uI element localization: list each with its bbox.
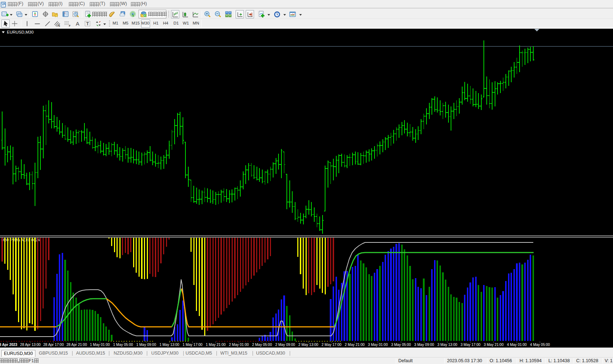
svg-text:28 Apr 2023: 28 Apr 2023: [0, 343, 17, 347]
svg-text:1 May 09:00: 1 May 09:00: [136, 343, 156, 347]
svg-text:1 May 13:00: 1 May 13:00: [159, 343, 179, 347]
svg-text:M30 PifMa AO 0 0024: M30 PifMa AO 0 0024: [1, 238, 40, 242]
svg-text:1 May 01:00: 1 May 01:00: [90, 343, 110, 347]
svg-text:2 May 21:00: 2 May 21:00: [345, 343, 364, 347]
svg-text:1 May 21:00: 1 May 21:00: [206, 343, 226, 347]
svg-text:28 Apr 17:00: 28 Apr 17:00: [43, 343, 64, 347]
svg-text:3 May 09:00: 3 May 09:00: [414, 343, 434, 347]
svg-text:2 May 13:00: 2 May 13:00: [298, 343, 318, 347]
svg-text:F: F: [69, 25, 71, 27]
svg-text:3 May 21:00: 3 May 21:00: [484, 343, 504, 347]
svg-text:2 May 01:00: 2 May 01:00: [229, 343, 249, 347]
svg-text:2 May 17:00: 2 May 17:00: [321, 343, 341, 347]
svg-text:3 May 17:00: 3 May 17:00: [460, 343, 480, 347]
svg-text:4 May 05:00: 4 May 05:00: [530, 343, 550, 347]
svg-text:28 Apr 21:00: 28 Apr 21:00: [66, 343, 87, 347]
svg-text:3 May 01:00: 3 May 01:00: [368, 343, 388, 347]
svg-text:1 May 17:00: 1 May 17:00: [183, 343, 202, 347]
svg-text:28 Apr 13:00: 28 Apr 13:00: [20, 343, 41, 347]
svg-text:1 May 05:00: 1 May 05:00: [113, 343, 133, 347]
svg-text:EURUSD,M30: EURUSD,M30: [7, 30, 34, 34]
svg-text:2 May 09:00: 2 May 09:00: [275, 343, 295, 347]
svg-text:3 May 05:00: 3 May 05:00: [391, 343, 411, 347]
svg-text:T: T: [86, 21, 89, 26]
svg-text:4 May 01:00: 4 May 01:00: [507, 343, 527, 347]
svg-text:3 May 13:00: 3 May 13:00: [437, 343, 457, 347]
svg-text:2 May 05:00: 2 May 05:00: [252, 343, 272, 347]
svg-text:E: E: [58, 25, 60, 27]
svg-text:A: A: [76, 21, 79, 27]
